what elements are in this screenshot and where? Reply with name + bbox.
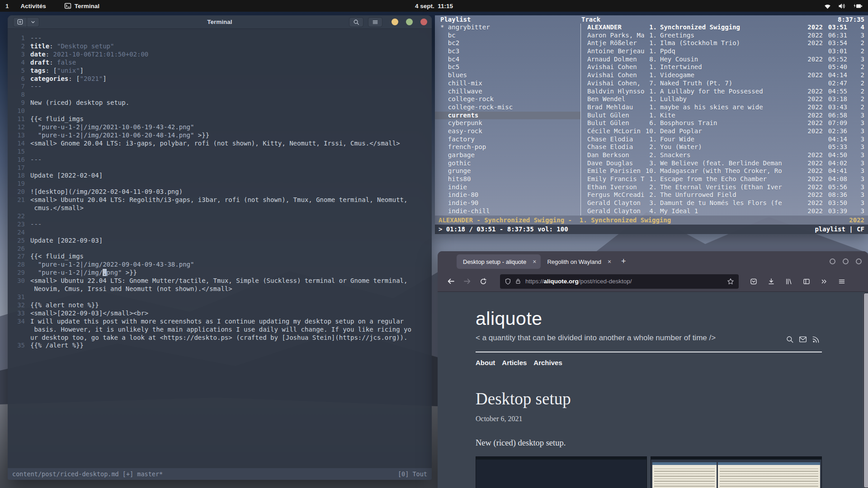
track-row[interactable]: Emily Francis T1.Escape from the Echo Ch… [581,175,868,183]
editor-line[interactable]: 17 [10,164,428,172]
track-row[interactable]: Avishai Cohen1.Videogame202204:142 [581,71,868,80]
editor[interactable]: 1---2title: "Desktop setup"3date: 2021-1… [8,29,432,468]
app-menu-hamburger-icon[interactable] [835,275,849,288]
playlist-item[interactable]: garbage [435,151,580,160]
editor-line[interactable]: 4draft: false [10,59,428,67]
playlist-item[interactable]: hits80 [435,175,580,183]
back-button[interactable] [444,275,458,288]
url-bar[interactable]: https://aliquote.org/post/riced-desktop/ [500,274,739,289]
track-row[interactable]: Bulut Gülen1.Kite202206:583 [581,112,868,120]
track-row[interactable]: Chase Elodia1.Four Wide04:143 [581,136,868,144]
site-nav-link[interactable]: Archives [533,359,562,366]
reload-button[interactable] [476,275,490,288]
playlist-item[interactable]: bc [435,32,580,40]
playlist-item[interactable]: college-rock-misc [435,103,580,112]
editor-line[interactable]: 18Update [2022-02-04] [10,172,428,180]
site-title[interactable]: aliquote [476,308,822,329]
editor-line[interactable]: 8 [10,91,428,99]
tab-close-icon[interactable]: × [533,258,536,265]
volume-icon[interactable] [838,3,846,9]
editor-line[interactable]: ur desktop too, go take a look at <https… [10,334,428,342]
track-row[interactable]: Aaron Parks, Ma1.Greetings202206:313 [581,32,868,40]
track-row[interactable]: Gerald Clayton4.My Ideal 1202203:393 [581,207,868,216]
editor-line[interactable]: 26 [10,245,428,253]
editor-line[interactable]: 3date: 2021-10-06T21:01:50+02:00 [10,51,428,59]
editor-line[interactable]: 21<small> Ubuntu 20.04 LTS: Regolith/i3-… [10,196,428,204]
editor-line[interactable]: 20![desktop](/img/2022-02-04-11-09-03.pn… [10,188,428,196]
editor-line[interactable]: 33<small>[2022-09-03]</small><br> [10,310,428,318]
editor-line[interactable]: 13 "pure-u-1-2|/img/2021-10-06-20-48-14.… [10,131,428,140]
site-nav-link[interactable]: About [476,359,495,366]
tab-close-icon[interactable]: × [608,258,611,265]
pocket-icon[interactable] [747,275,760,288]
track-row[interactable]: Dave Douglas3.We Believe (feat. Berlinde… [581,160,868,168]
editor-line[interactable]: 6categories: ["2021"] [10,75,428,83]
track-row[interactable]: Antje Rößeler1.Ilma (Stockholm Trio)2022… [581,39,868,47]
playlist-item[interactable]: french-pop [435,143,580,151]
tab-dropdown-button[interactable] [27,18,39,27]
playlist-item[interactable]: bc2 [435,39,580,47]
editor-line[interactable]: 31 [10,293,428,301]
browser-tab[interactable]: Desktop setup - aliquote× [457,254,541,269]
clock[interactable]: 4 sept. 11:15 [0,3,868,9]
editor-line[interactable]: 35{{% /alert %}} [10,342,428,350]
playlist-item[interactable]: factory [435,136,580,144]
post-thumbnail-wave-desktop[interactable] [476,456,647,488]
editor-line[interactable]: Neovim, Cmus, Irssi and Neomutt (not sho… [10,285,428,293]
workspace-indicator[interactable]: 1 [5,3,9,9]
activities-button[interactable]: Activités [21,3,46,9]
terminal-titlebar[interactable]: Terminal [8,15,432,29]
track-row[interactable]: Baldvin Hlynsso1.A Lullaby for the Posse… [581,88,868,96]
site-nav-link[interactable]: Articles [502,359,527,366]
track-row[interactable]: Fergus McCreadi2.The Unfurrowed Field202… [581,191,868,199]
track-row[interactable]: ALEXANDER1.Synchronized Swigging202203:5… [581,23,868,32]
firefox-tab-bar[interactable]: Desktop setup - aliquote×Regolith on Way… [438,251,868,271]
playlist-item[interactable]: currents [435,112,580,120]
playlist-item[interactable]: gothic [435,160,580,168]
track-row[interactable]: Avishai Cohen1.Intertwined05:402 [581,63,868,71]
playlist-item[interactable]: grunge [435,167,580,175]
editor-line[interactable]: basis. However, it is unlikely the main … [10,326,428,334]
wifi-icon[interactable] [824,3,831,9]
playlist-item[interactable]: chill-mix [435,80,580,88]
shield-icon[interactable] [505,278,511,285]
playlist-item[interactable]: bc4 [435,56,580,64]
menu-button[interactable] [368,17,382,27]
track-row[interactable]: Antoine Berjeau1.Ppdq03:012 [581,47,868,56]
playlist-item[interactable]: indie-chill [435,207,580,216]
playlist-item[interactable]: indie-90 [435,199,580,207]
editor-line[interactable]: 32{{% alert note %}} [10,301,428,310]
editor-line[interactable]: 9New (riced) desktop setup. [10,99,428,107]
editor-line[interactable]: 10 [10,107,428,115]
track-row[interactable]: Emile Parisien10.Madagascar (with Theo C… [581,167,868,175]
track-row[interactable]: Brad Mehldau1.maybe as his skies are wid… [581,103,868,112]
editor-line[interactable]: cmus.</small> [10,204,428,212]
editor-line[interactable]: 28 "pure-u-1-2|/img/2022-09-04-09-43-38.… [10,261,428,269]
playlist-item[interactable]: bc5 [435,63,580,71]
sidebar-toggle-icon[interactable] [800,275,813,288]
editor-line[interactable]: 27{{< fluid_imgs [10,253,428,261]
overflow-chevrons-icon[interactable] [817,275,831,288]
playlist-item[interactable]: * angrybitter [435,23,580,32]
playlist-item[interactable]: college-rock [435,95,580,103]
firefox-new-tab-button[interactable]: + [621,257,626,266]
window-button-maximize[interactable] [406,19,413,25]
editor-line[interactable]: 15 [10,148,428,156]
playlist-item[interactable]: bc3 [435,47,580,56]
search-button[interactable] [349,17,363,27]
playlist-item[interactable]: easy-rock [435,127,580,136]
editor-line[interactable]: 23--- [10,221,428,229]
editor-line[interactable]: 29 "pure-u-1-2|/img/.png" >}} [10,269,428,277]
bookmark-star-icon[interactable] [727,278,734,285]
editor-line[interactable]: 30<small> Ubuntu 22.04 LTS: Gnome Mutter… [10,277,428,285]
track-row[interactable]: Arnaud Dolmen8.Hey Cousin202205:523 [581,56,868,64]
scrollbar[interactable] [863,293,867,488]
site-search-icon[interactable] [786,335,794,343]
track-row[interactable]: Ethan Iverson2.The Eternal Verities (Eth… [581,183,868,192]
track-row[interactable]: Avishai Cohen,7.Naked Truth (Pt. 7)02:47… [581,80,868,88]
site-mail-icon[interactable] [799,335,807,343]
firefox-close-button[interactable] [856,258,862,264]
playlist-item[interactable]: cyberpunk [435,119,580,127]
playlist-item[interactable]: chillwave [435,88,580,96]
browser-tab[interactable]: Regolith on Wayland× [541,254,616,269]
